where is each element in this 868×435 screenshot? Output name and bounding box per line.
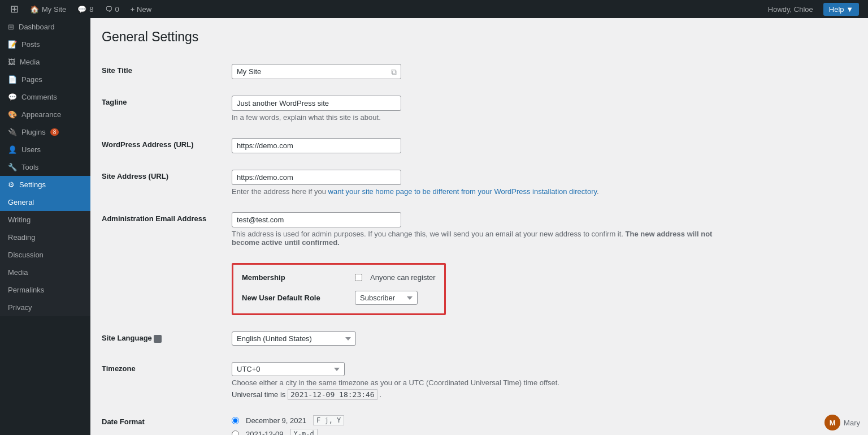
- wp-address-label: WordPress Address (URL): [102, 136, 232, 156]
- date-format-option-2: 2021-12-09 Y-m-d: [232, 429, 723, 435]
- submenu-discussion[interactable]: Discussion: [0, 246, 90, 264]
- new-label: + New: [131, 5, 151, 14]
- sidebar: ⊞ Dashboard 📝 Posts 🖼 Media 📄 P: [0, 18, 90, 435]
- site-address-link[interactable]: want your site home page to be different…: [328, 187, 597, 196]
- wp-logo-icon: ⊞: [10, 3, 19, 15]
- membership-checkbox[interactable]: [355, 274, 362, 281]
- comments-icon: 💬: [77, 5, 86, 14]
- sidebar-item-media[interactable]: 🖼 Media: [0, 53, 90, 71]
- date-format-radio-2[interactable]: [232, 430, 239, 436]
- date-format-radio-1[interactable]: [232, 417, 239, 424]
- comments-count: 8: [89, 5, 93, 14]
- sidebar-label-plugins: Plugins: [21, 128, 46, 136]
- submenu-privacy[interactable]: Privacy: [0, 299, 90, 316]
- comments-icon: 💬: [8, 93, 17, 101]
- sidebar-item-comments[interactable]: 💬 Comments: [0, 88, 90, 106]
- page-title: General Settings: [102, 29, 723, 45]
- site-address-label: Site Address (URL): [102, 167, 232, 198]
- submenu-reading[interactable]: Reading: [0, 229, 90, 246]
- dashboard-icon: ⊞: [8, 23, 14, 31]
- utc-time-value: 2021-12-09 18:23:46: [288, 389, 377, 400]
- tagline-row: Tagline In a few words, explain what thi…: [102, 88, 723, 130]
- sidebar-item-tools[interactable]: 🔧 Tools: [0, 158, 90, 176]
- help-button[interactable]: Help ▼: [823, 3, 859, 16]
- footer: M Mary: [817, 410, 868, 435]
- comments-menu[interactable]: 💬 8: [72, 0, 99, 18]
- new-content-menu[interactable]: + New: [125, 0, 157, 18]
- site-address-row: Site Address (URL) Enter the address her…: [102, 162, 723, 204]
- sidebar-label-tools: Tools: [21, 163, 38, 171]
- submenu-permalinks[interactable]: Permalinks: [0, 281, 90, 299]
- new-user-role-row: New User Default Role Subscriber Contrib…: [242, 291, 436, 305]
- site-language-label: Site Language: [102, 329, 232, 348]
- wp-logo-menu[interactable]: ⊞: [5, 0, 24, 18]
- site-address-description: Enter the address here if you want your …: [232, 187, 723, 196]
- tagline-input[interactable]: [232, 96, 401, 111]
- timezone-select[interactable]: UTC+0 UTC-5 UTC+1 UTC+2 UTC+8: [232, 362, 345, 376]
- membership-row: Membership Anyone can register: [242, 273, 436, 282]
- timezone-description: Choose either a city in the same timezon…: [232, 378, 723, 387]
- sidebar-label-users: Users: [21, 145, 41, 154]
- sidebar-item-users[interactable]: 👤 Users: [0, 141, 90, 158]
- sidebar-label-settings: Settings: [19, 180, 46, 189]
- sidebar-label-media: Media: [20, 58, 40, 66]
- sidebar-item-plugins[interactable]: 🔌 Plugins 8: [0, 123, 90, 141]
- sidebar-label-dashboard: Dashboard: [19, 23, 55, 31]
- speech-count: 0: [115, 5, 119, 14]
- sidebar-item-posts[interactable]: 📝 Posts: [0, 36, 90, 53]
- tagline-description: In a few words, explain what this site i…: [232, 113, 723, 122]
- sidebar-label-appearance: Appearance: [21, 110, 61, 119]
- main-content: General Settings Site Title ⧉: [90, 18, 868, 435]
- howdy-text: Howdy, Chloe: [768, 5, 813, 14]
- wp-address-input[interactable]: [232, 138, 401, 153]
- submenu-media[interactable]: Media: [0, 264, 90, 281]
- site-name: My Site: [42, 5, 66, 14]
- footer-username: Mary: [844, 419, 860, 427]
- tools-icon: 🔧: [8, 163, 17, 171]
- new-user-role-label: New User Default Role: [242, 294, 349, 302]
- submenu-writing[interactable]: Writing: [0, 211, 90, 229]
- timezone-label: Timezone: [102, 360, 232, 401]
- format-code-1: F j, Y: [313, 415, 344, 425]
- site-title-row: Site Title ⧉: [102, 56, 723, 88]
- site-icon: 🏠: [30, 5, 39, 14]
- membership-checkbox-label: Anyone can register: [370, 273, 436, 282]
- sidebar-item-settings[interactable]: ⚙ Settings General Writing Reading Discu…: [0, 176, 90, 316]
- site-language-select[interactable]: English (United States) English (UK) Fre…: [232, 331, 356, 346]
- sidebar-label-posts: Posts: [21, 40, 40, 49]
- settings-submenu: General Writing Reading Discussion Media: [0, 193, 90, 316]
- admin-email-label: Administration Email Address: [102, 210, 232, 249]
- media-icon: 🖼: [8, 58, 15, 66]
- users-icon: 👤: [8, 145, 17, 154]
- admin-email-input[interactable]: [232, 212, 401, 227]
- site-title-input[interactable]: [232, 64, 401, 79]
- settings-form: Site Title ⧉ Tagline: [102, 56, 723, 435]
- plugins-badge: 8: [50, 128, 59, 136]
- admin-email-description: This address is used for admin purposes.…: [232, 230, 723, 247]
- wp-address-row: WordPress Address (URL): [102, 130, 723, 162]
- pages-icon: 📄: [8, 75, 17, 84]
- site-title-copy-icon[interactable]: ⧉: [391, 67, 397, 76]
- timezone-row: Timezone UTC+0 UTC-5 UTC+1 UTC+2 UTC+8 C…: [102, 354, 723, 407]
- sidebar-label-comments: Comments: [21, 93, 57, 101]
- membership-section-row: Membership Anyone can register New User …: [102, 255, 723, 324]
- appearance-icon: 🎨: [8, 110, 17, 119]
- site-language-row: Site Language English (United States) En…: [102, 324, 723, 354]
- site-language-icon: [154, 335, 162, 343]
- submenu-general[interactable]: General: [0, 193, 90, 211]
- universal-time-line: Universal time is 2021-12-09 18:23:46 .: [232, 390, 723, 399]
- howdy-menu[interactable]: Howdy, Chloe: [762, 0, 819, 18]
- tagline-label: Tagline: [102, 93, 232, 124]
- site-name-menu[interactable]: 🏠 My Site: [24, 0, 72, 18]
- speech-bubble-menu[interactable]: 🗨 0: [99, 0, 125, 18]
- new-user-role-select[interactable]: Subscriber Contributor Author Editor Adm…: [355, 291, 418, 305]
- site-address-input[interactable]: [232, 170, 401, 185]
- membership-highlight-box: Membership Anyone can register New User …: [232, 263, 446, 315]
- sidebar-item-dashboard[interactable]: ⊞ Dashboard: [0, 18, 90, 36]
- date-format-option-1: December 9, 2021 F j, Y: [232, 415, 723, 425]
- settings-icon: ⚙: [8, 180, 15, 189]
- sidebar-item-pages[interactable]: 📄 Pages: [0, 71, 90, 88]
- date-format-row: Date Format December 9, 2021 F j, Y 2021…: [102, 407, 723, 435]
- site-title-label: Site Title: [102, 62, 232, 81]
- sidebar-item-appearance[interactable]: 🎨 Appearance: [0, 106, 90, 123]
